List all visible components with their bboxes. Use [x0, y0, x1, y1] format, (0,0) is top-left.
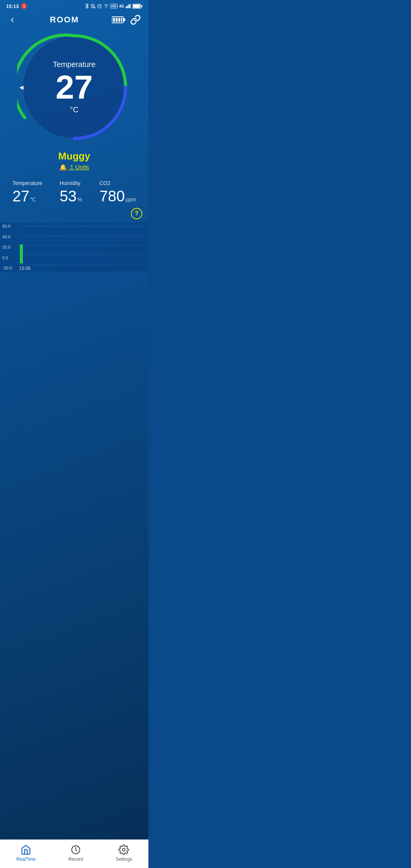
svg-rect-12 — [113, 18, 115, 22]
chart-area: 60.0 40.0 20.0 0.0 -20.0 15:08 — [0, 222, 148, 272]
svg-rect-15 — [121, 18, 122, 22]
wifi-icon — [104, 4, 109, 8]
svg-rect-9 — [133, 5, 140, 8]
page-title: ROOM — [50, 15, 79, 25]
svg-rect-8 — [141, 5, 142, 7]
co2-metric: CO2 780 ppm — [99, 180, 136, 205]
humidity-metric-value: 53 — [60, 188, 77, 205]
header-action-icons — [112, 14, 141, 25]
co2-metric-value: 780 — [99, 188, 125, 205]
humidity-metric-unit: % — [77, 196, 82, 203]
chart-y-label-neg20: -20.0 — [2, 266, 12, 270]
status-time: 15:13 — [6, 3, 19, 9]
svg-rect-13 — [116, 18, 118, 22]
svg-rect-3 — [127, 6, 127, 8]
chart-svg — [0, 222, 148, 272]
humidity-metric-label: Humidity — [60, 180, 80, 186]
co2-metric-unit: ppm — [126, 196, 136, 203]
humidity-metric: Humidity 53 % — [60, 180, 82, 205]
temperature-gauge: ◀ Temperature 27 °C — [17, 30, 131, 144]
temperature-metric-unit: ℃ — [30, 196, 36, 203]
svg-rect-22 — [20, 244, 23, 263]
chart-y-label-60: 60.0 — [2, 224, 12, 228]
temperature-metric-label: Temperature — [13, 180, 43, 186]
svg-rect-6 — [130, 4, 131, 8]
co2-metric-label: CO2 — [99, 180, 110, 186]
condition-section: Muggy 🔔 :1 Units — [0, 150, 148, 171]
alarm-count-text: :1 Units — [68, 164, 89, 171]
device-battery-icon — [112, 16, 126, 24]
metrics-row: Temperature 27 ℃ Humidity 53 % CO2 780 p… — [0, 174, 148, 208]
chart-y-label-20: 20.0 — [2, 245, 12, 249]
battery-icon — [132, 4, 142, 9]
gauge-temperature-unit: °C — [70, 105, 78, 114]
condition-text: Muggy — [0, 150, 148, 162]
help-row: ? — [0, 208, 148, 222]
svg-rect-14 — [118, 18, 120, 22]
alarm-units-text[interactable]: 🔔 :1 Units — [0, 164, 148, 171]
notification-badge: 1 — [21, 3, 27, 9]
temperature-metric-value: 27 — [13, 188, 30, 205]
chart-y-labels: 60.0 40.0 20.0 0.0 -20.0 — [0, 222, 14, 272]
gauge-temperature-value: 27 — [56, 70, 93, 104]
back-button[interactable]: ‹ — [8, 14, 17, 26]
network-badge: 4G — [119, 4, 124, 8]
svg-rect-11 — [124, 18, 125, 21]
chart-time-label: 15:08 — [19, 266, 30, 271]
bell-off-icon — [91, 4, 96, 9]
help-button[interactable]: ? — [131, 208, 142, 219]
gauge-temperature-label: Temperature — [53, 60, 96, 69]
bluetooth-icon — [84, 3, 89, 9]
chart-y-label-40: 40.0 — [2, 235, 12, 239]
chart-y-label-0: 0.0 — [2, 255, 12, 260]
alarm-icon — [97, 4, 102, 9]
link-icon[interactable] — [130, 14, 141, 25]
hd-badge: HD — [110, 4, 118, 8]
status-icons: HD 4G — [84, 3, 142, 9]
signal-icon — [126, 4, 131, 8]
svg-rect-2 — [126, 6, 126, 8]
page-header: ‹ ROOM — [0, 11, 148, 30]
svg-rect-5 — [129, 4, 129, 8]
svg-rect-4 — [128, 5, 129, 8]
alarm-icon-inline: 🔔 — [59, 164, 67, 171]
temperature-metric: Temperature 27 ℃ — [13, 180, 43, 205]
status-bar: 15:13 1 — [0, 0, 148, 11]
